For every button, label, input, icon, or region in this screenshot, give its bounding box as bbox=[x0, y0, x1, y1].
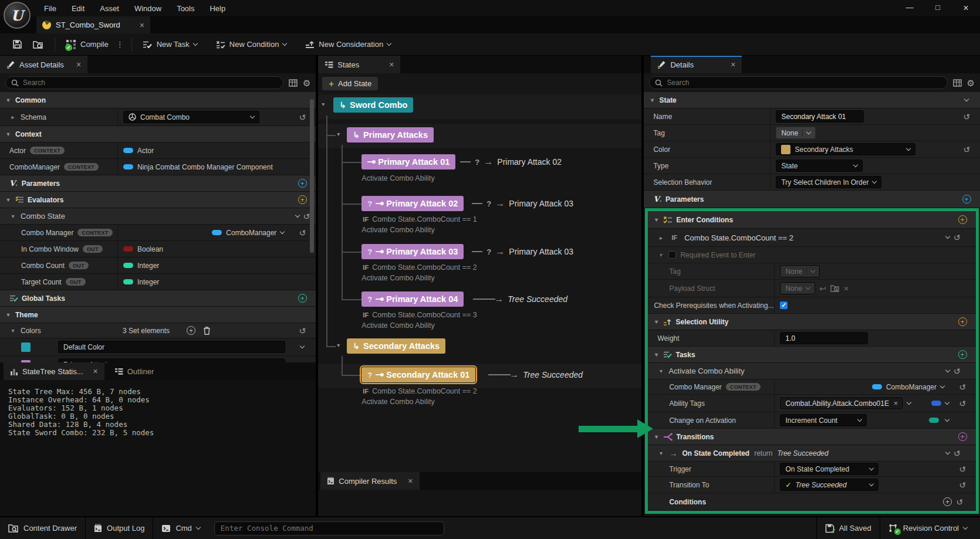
color-item-default[interactable]: Default Color bbox=[0, 338, 316, 356]
section-common[interactable]: ▾Common bbox=[0, 92, 316, 109]
menu-file[interactable]: File bbox=[36, 4, 64, 13]
combo-state-evaluator-row[interactable]: ▾Combo State ↺ bbox=[0, 208, 316, 225]
maximize-icon[interactable]: □ bbox=[924, 3, 952, 13]
menu-edit[interactable]: Edit bbox=[64, 4, 92, 13]
close-panel-icon[interactable]: × bbox=[389, 60, 394, 69]
chevron-down-icon[interactable] bbox=[300, 361, 305, 362]
menu-asset[interactable]: Asset bbox=[92, 4, 127, 13]
delete-icon[interactable] bbox=[203, 327, 211, 335]
close-panel-icon[interactable]: × bbox=[93, 367, 98, 375]
reset-icon[interactable]: ↺ bbox=[954, 449, 961, 457]
state-node-primary-attacks[interactable]: ↳ Primary Attacks bbox=[347, 127, 434, 143]
expander-icon[interactable]: ▾ bbox=[657, 450, 664, 456]
section-context[interactable]: ▾Context bbox=[0, 126, 316, 143]
new-task-button[interactable]: New Task bbox=[137, 37, 202, 52]
state-node-sword-combo[interactable]: ↳ Sword Combo bbox=[333, 97, 413, 113]
add-global-task-icon[interactable]: + bbox=[298, 294, 307, 303]
combo-count-row[interactable]: Combo CountOUT Integer bbox=[0, 257, 316, 274]
expander-icon[interactable]: ▾ bbox=[337, 342, 340, 348]
expander-icon[interactable]: ▾ bbox=[5, 97, 12, 103]
expander-icon[interactable]: ▾ bbox=[5, 196, 12, 203]
browse-to-asset-button[interactable] bbox=[28, 37, 49, 52]
state-node-primary-attack-01[interactable]: Primary Attack 01 bbox=[361, 154, 455, 170]
add-color-icon[interactable]: + bbox=[187, 326, 195, 335]
color-name-field[interactable]: Primary Attacks bbox=[58, 358, 285, 362]
ability-tag-chip[interactable]: Combat.Ability.Attack.Combo01E× bbox=[780, 397, 903, 409]
browse-to-icon[interactable] bbox=[830, 284, 840, 292]
menu-window[interactable]: Window bbox=[127, 4, 169, 13]
reset-icon[interactable]: ↺ bbox=[299, 113, 306, 121]
section-selection-utility[interactable]: ▾ Selection Utility + bbox=[648, 314, 976, 330]
menu-tools[interactable]: Tools bbox=[169, 4, 202, 13]
expander-icon[interactable]: ▾ bbox=[5, 311, 12, 318]
combo-manager-binding-row[interactable]: Combo ManagerCONTEXT ComboManager ↺ bbox=[0, 225, 316, 241]
use-selected-icon[interactable]: ↩ bbox=[819, 284, 826, 293]
selection-behavior-dropdown[interactable]: Try Select Children In Order bbox=[776, 176, 881, 188]
section-parameters[interactable]: V. Parameters + bbox=[0, 175, 316, 192]
section-global-tasks[interactable]: Global Tasks + bbox=[0, 290, 316, 307]
tab-states[interactable]: States × bbox=[318, 56, 400, 73]
section-state[interactable]: ▾ State bbox=[644, 92, 980, 109]
tab-details[interactable]: Details × bbox=[651, 56, 742, 73]
colors-row[interactable]: ▾Colors 3 Set elements + ↺ bbox=[0, 323, 316, 338]
chevron-down-icon[interactable] bbox=[945, 234, 949, 239]
view-options-grid-icon[interactable] bbox=[289, 79, 298, 87]
reset-icon[interactable]: ↺ bbox=[963, 145, 970, 154]
chevron-down-icon[interactable] bbox=[940, 383, 945, 388]
chevron-down-icon[interactable] bbox=[945, 449, 949, 454]
new-consideration-button[interactable]: New Consideration bbox=[300, 37, 396, 52]
chevron-down-icon[interactable] bbox=[907, 399, 911, 404]
color-name-field[interactable]: Default Color bbox=[58, 341, 285, 353]
close-panel-icon[interactable]: × bbox=[731, 60, 735, 69]
cmd-button[interactable]: Cmd bbox=[153, 517, 208, 539]
view-options-grid-icon[interactable] bbox=[953, 79, 962, 87]
tab-st-combo-sword[interactable]: ST_Combo_Sword × bbox=[36, 16, 150, 33]
reset-icon[interactable]: ↺ bbox=[963, 113, 970, 121]
all-saved-button[interactable]: ✓ All Saved bbox=[817, 517, 880, 539]
tab-outliner[interactable]: Outliner bbox=[108, 362, 161, 380]
close-window-icon[interactable]: × bbox=[952, 3, 980, 13]
transition-to-dropdown[interactable]: ✓Tree Succeeded bbox=[780, 479, 878, 491]
add-parameter-icon[interactable]: + bbox=[298, 179, 307, 188]
chevron-down-icon[interactable] bbox=[964, 96, 969, 101]
expander-icon[interactable]: ▸ bbox=[9, 114, 16, 120]
close-panel-icon[interactable]: × bbox=[76, 60, 81, 69]
section-tasks[interactable]: ▾ Tasks + bbox=[648, 347, 976, 363]
content-drawer-button[interactable]: Content Drawer bbox=[0, 517, 85, 539]
revision-control-button[interactable]: ✓ Revision Control bbox=[880, 517, 980, 539]
event-tag-dropdown[interactable]: None bbox=[780, 265, 820, 277]
change-on-activation-dropdown[interactable]: Increment Count bbox=[780, 414, 867, 426]
close-panel-icon[interactable]: × bbox=[408, 477, 413, 485]
color-swatch[interactable] bbox=[21, 360, 31, 363]
tab-compiler-results[interactable]: Compiler Results × bbox=[320, 472, 419, 490]
vertical-scrollbar[interactable] bbox=[310, 99, 314, 253]
section-evaluators[interactable]: ▾ Evaluators + bbox=[0, 192, 316, 208]
expander-icon[interactable]: ▸ bbox=[657, 235, 664, 241]
trigger-dropdown[interactable]: On State Completed bbox=[780, 463, 878, 475]
minimize-icon[interactable]: — bbox=[895, 3, 924, 13]
reset-icon[interactable]: ↺ bbox=[954, 233, 961, 242]
section-theme[interactable]: ▾Theme bbox=[0, 307, 316, 323]
expander-icon[interactable]: ▾ bbox=[5, 131, 12, 137]
chevron-down-icon[interactable] bbox=[295, 212, 299, 217]
gear-icon[interactable]: ⚙ bbox=[303, 79, 310, 87]
state-node-primary-attack-04[interactable]: ? Primary Attack 04 bbox=[361, 291, 464, 307]
combomanager-context-row[interactable]: ComboManagerCONTEXT Ninja Combat Combo M… bbox=[0, 159, 316, 175]
gear-icon[interactable]: ⚙ bbox=[967, 79, 975, 87]
add-transition-icon[interactable]: + bbox=[958, 432, 967, 441]
expander-icon[interactable]: ▾ bbox=[9, 213, 16, 219]
search-input[interactable] bbox=[667, 79, 941, 87]
expander-icon[interactable]: ▾ bbox=[657, 368, 664, 374]
reset-icon[interactable]: ↺ bbox=[956, 498, 963, 506]
weight-input[interactable] bbox=[780, 332, 868, 344]
color-swatch[interactable] bbox=[21, 343, 31, 352]
expander-icon[interactable]: ▾ bbox=[648, 97, 655, 103]
add-condition-icon[interactable]: + bbox=[943, 497, 952, 506]
remove-tag-icon[interactable]: × bbox=[894, 399, 898, 408]
expander-icon[interactable]: ▾ bbox=[9, 327, 16, 334]
add-enter-condition-icon[interactable]: + bbox=[958, 215, 967, 224]
reset-icon[interactable]: ↺ bbox=[954, 367, 961, 375]
reset-icon[interactable]: ↺ bbox=[959, 465, 966, 473]
output-log-button[interactable]: Output Log bbox=[86, 517, 153, 539]
add-evaluator-icon[interactable]: + bbox=[298, 195, 307, 204]
